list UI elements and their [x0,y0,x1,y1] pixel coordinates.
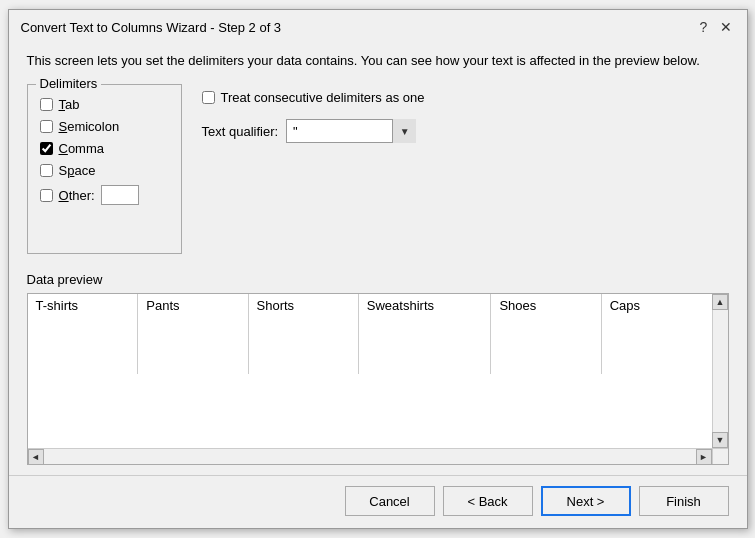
help-button[interactable]: ? [695,18,713,36]
tab-checkbox[interactable] [40,98,53,111]
data-preview-label: Data preview [27,272,729,287]
other-checkbox[interactable] [40,189,53,202]
table-row: T-shirts Pants Shorts Sweatshirts Shoes … [28,294,712,374]
delimiters-group: Delimiters Tab Semicolon Comma Space [27,84,182,254]
other-label[interactable]: Other: [59,188,95,203]
space-checkbox[interactable] [40,164,53,177]
col-shoes: Shoes [491,294,601,374]
right-options: Treat consecutive delimiters as one Text… [202,84,425,254]
close-button[interactable]: ✕ [717,18,735,36]
comma-row: Comma [40,141,169,156]
tab-label[interactable]: Tab [59,97,80,112]
horizontal-scrollbar[interactable]: ◄ ► [28,448,712,464]
scroll-track-h [44,449,696,464]
preview-table: T-shirts Pants Shorts Sweatshirts Shoes … [28,294,712,374]
vertical-scrollbar[interactable]: ▲ ▼ [712,294,728,448]
data-preview-section: Data preview T-shirts Pants Shorts Sweat… [27,272,729,465]
wizard-dialog: Convert Text to Columns Wizard - Step 2 … [8,9,748,529]
preview-container: T-shirts Pants Shorts Sweatshirts Shoes … [27,293,729,465]
tab-row: Tab [40,97,169,112]
scroll-left-arrow[interactable]: ◄ [28,449,44,465]
cancel-button[interactable]: Cancel [345,486,435,516]
dialog-title: Convert Text to Columns Wizard - Step 2 … [21,20,282,35]
back-button[interactable]: < Back [443,486,533,516]
col-caps: Caps [601,294,711,374]
treat-consecutive-row: Treat consecutive delimiters as one [202,90,425,105]
scroll-right-arrow[interactable]: ► [696,449,712,465]
text-qualifier-row: Text qualifier: " ' {none} ▼ [202,119,425,143]
button-bar: Cancel < Back Next > Finish [9,476,747,528]
other-row: Other: [40,185,169,205]
title-bar: Convert Text to Columns Wizard - Step 2 … [9,10,747,42]
text-qualifier-label: Text qualifier: [202,124,279,139]
delimiters-legend: Delimiters [36,76,102,91]
description-text: This screen lets you set the delimiters … [27,52,729,70]
scroll-down-arrow[interactable]: ▼ [712,432,728,448]
dialog-body: This screen lets you set the delimiters … [9,42,747,475]
semicolon-label[interactable]: Semicolon [59,119,120,134]
col-pants: Pants [138,294,248,374]
semicolon-checkbox[interactable] [40,120,53,133]
space-label[interactable]: Space [59,163,96,178]
scroll-corner [712,448,728,464]
treat-consecutive-checkbox[interactable] [202,91,215,104]
finish-button[interactable]: Finish [639,486,729,516]
text-qualifier-select[interactable]: " ' {none} [286,119,416,143]
main-content: Delimiters Tab Semicolon Comma Space [27,84,729,254]
col-shorts: Shorts [248,294,358,374]
scroll-up-arrow[interactable]: ▲ [712,294,728,310]
col-sweatshirts: Sweatshirts [358,294,491,374]
col-tshirts: T-shirts [28,294,138,374]
next-button[interactable]: Next > [541,486,631,516]
text-qualifier-wrapper: " ' {none} ▼ [286,119,416,143]
semicolon-row: Semicolon [40,119,169,134]
comma-label[interactable]: Comma [59,141,105,156]
treat-consecutive-label[interactable]: Treat consecutive delimiters as one [221,90,425,105]
other-text-input[interactable] [101,185,139,205]
comma-checkbox[interactable] [40,142,53,155]
space-row: Space [40,163,169,178]
preview-table-wrapper[interactable]: T-shirts Pants Shorts Sweatshirts Shoes … [28,294,728,464]
title-bar-icons: ? ✕ [695,18,735,36]
